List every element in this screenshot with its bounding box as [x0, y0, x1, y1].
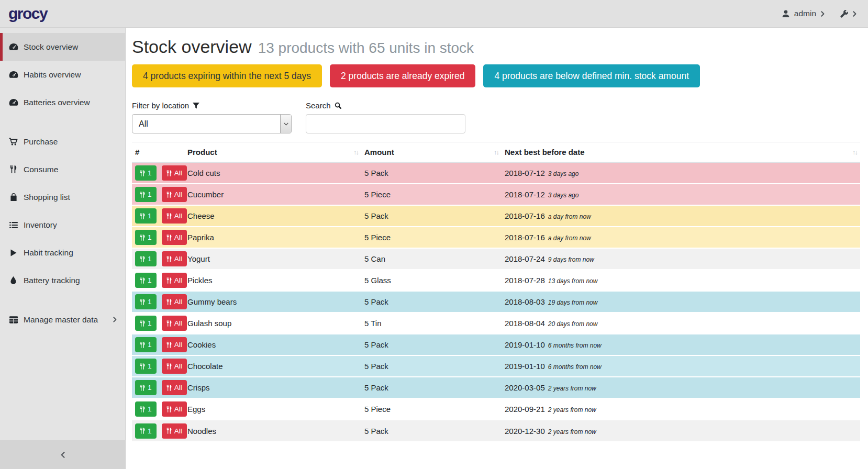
table-row: 1 All Cheese 5 Pack 2018-07-16a day from…: [132, 205, 860, 227]
best-before-date: 2018-07-24: [505, 254, 545, 263]
consume-one-button[interactable]: 1: [135, 208, 157, 224]
location-select[interactable]: All: [132, 114, 292, 133]
consume-one-button[interactable]: 1: [135, 251, 157, 266]
stock-table-body: 1 All Cold cuts 5 Pack 2018-07-123 days …: [132, 162, 860, 441]
consume-all-button[interactable]: All: [162, 251, 187, 266]
product-cell: Gulash soup: [184, 312, 361, 334]
sidebar-group-divider: [0, 294, 125, 306]
page-subtitle: 13 products with 65 units in stock: [258, 40, 474, 57]
column-header-number: #: [132, 142, 184, 163]
consume-all-button[interactable]: All: [162, 401, 187, 417]
consume-one-button[interactable]: 1: [135, 401, 157, 417]
table-row: 1 All Gummy bears 5 Pack 2018-08-0319 da…: [132, 291, 860, 312]
consume-one-button[interactable]: 1: [135, 230, 157, 245]
column-header-best-before[interactable]: Next best before date↑↓: [502, 142, 860, 163]
consume-one-button[interactable]: 1: [135, 359, 157, 374]
sidebar-item-consume[interactable]: Consume: [0, 155, 125, 183]
search-input[interactable]: [306, 114, 465, 133]
utensils-icon: [140, 213, 145, 219]
consume-all-button[interactable]: All: [162, 316, 187, 331]
consume-all-button[interactable]: All: [162, 359, 187, 374]
consume-all-button[interactable]: All: [162, 380, 187, 395]
row-actions-cell: 1 All: [132, 162, 184, 184]
expiring-badge[interactable]: 4 products expiring within the next 5 da…: [132, 64, 322, 87]
sidebar-item-habits-overview[interactable]: Habits overview: [0, 61, 125, 88]
row-actions-cell: 1 All: [132, 355, 184, 377]
sidebar-item-manage-master-data[interactable]: Manage master data: [0, 306, 125, 333]
best-before-date: 2020-12-30: [505, 427, 545, 436]
utensils-icon: [166, 428, 172, 434]
stock-table: # Product↑↓ Amount↑↓ Next best before da…: [132, 142, 860, 441]
best-before-cell: 2018-07-249 days from now: [502, 248, 860, 270]
sidebar-item-inventory[interactable]: Inventory: [0, 211, 125, 239]
filter-label: Filter by location: [132, 101, 189, 110]
sidebar-item-label: Purchase: [24, 137, 58, 147]
search-label: Search: [306, 101, 331, 110]
utensils-icon: [140, 192, 145, 198]
expired-badge[interactable]: 2 products are already expired: [330, 64, 475, 87]
utensils-icon: [140, 299, 145, 305]
product-cell: Cold cuts: [184, 162, 361, 184]
column-header-product[interactable]: Product↑↓: [184, 142, 361, 163]
consume-one-button[interactable]: 1: [135, 423, 157, 439]
utensils-icon: [166, 256, 172, 262]
product-cell: Crisps: [184, 377, 361, 398]
sidebar-item-purchase[interactable]: Purchase: [0, 128, 125, 155]
consume-one-button[interactable]: 1: [135, 380, 157, 395]
sidebar-item-label: Inventory: [24, 220, 57, 230]
best-before-date: 2018-08-03: [505, 297, 545, 306]
app-logo[interactable]: grocy: [8, 5, 47, 23]
amount-cell: 5 Pack: [361, 291, 502, 312]
sidebar-item-label: Stock overview: [24, 42, 78, 52]
sidebar-item-label: Battery tracking: [24, 276, 80, 285]
consume-one-button[interactable]: 1: [135, 337, 157, 352]
sidebar-item-battery-tracking[interactable]: Battery tracking: [0, 266, 125, 294]
amount-cell: 5 Tin: [361, 312, 502, 334]
amount-cell: 5 Pack: [361, 377, 502, 398]
consume-one-button[interactable]: 1: [135, 273, 157, 288]
consume-one-button[interactable]: 1: [135, 294, 157, 309]
row-actions-cell: 1 All: [132, 184, 184, 205]
search-control: Search: [306, 101, 465, 133]
table-row: 1 All Paprika 5 Piece 2018-07-16a day fr…: [132, 227, 860, 248]
sidebar-collapse-button[interactable]: [0, 440, 125, 469]
sidebar-item-label: Manage master data: [24, 315, 98, 325]
sidebar-item-habit-tracking[interactable]: Habit tracking: [0, 239, 125, 266]
consume-all-button[interactable]: All: [162, 423, 187, 439]
consume-all-button[interactable]: All: [162, 273, 187, 288]
best-before-cell: 2019-01-106 months from now: [502, 355, 860, 377]
table-row: 1 All Gulash soup 5 Tin 2018-08-0420 day…: [132, 312, 860, 334]
table-row: 1 All Crisps 5 Pack 2020-03-052 years fr…: [132, 377, 860, 398]
table-header-row: # Product↑↓ Amount↑↓ Next best before da…: [132, 142, 860, 163]
sidebar-item-shopping-list[interactable]: Shopping list: [0, 183, 125, 211]
product-cell: Cookies: [184, 334, 361, 355]
row-actions-cell: 1 All: [132, 248, 184, 270]
amount-cell: 5 Piece: [361, 398, 502, 420]
amount-cell: 5 Pack: [361, 205, 502, 227]
user-menu[interactable]: admin: [782, 9, 825, 18]
consume-one-button[interactable]: 1: [135, 316, 157, 331]
chevron-right-icon: [113, 317, 117, 322]
user-name: admin: [794, 9, 816, 18]
best-before-date: 2018-07-16: [505, 211, 545, 220]
settings-menu[interactable]: [840, 10, 856, 18]
row-actions-cell: 1 All: [132, 398, 184, 420]
consume-all-button[interactable]: All: [162, 337, 187, 352]
table-row: 1 All Yogurt 5 Can 2018-07-249 days from…: [132, 248, 860, 270]
sidebar-item-stock-overview[interactable]: Stock overview: [0, 33, 125, 61]
consume-one-button[interactable]: 1: [135, 187, 157, 202]
consume-one-button[interactable]: 1: [135, 165, 157, 181]
product-cell: Cucumber: [184, 184, 361, 205]
consume-all-button[interactable]: All: [162, 165, 187, 181]
consume-all-button[interactable]: All: [162, 208, 187, 224]
consume-all-button[interactable]: All: [162, 294, 187, 309]
amount-cell: 5 Pack: [361, 162, 502, 184]
consume-all-button[interactable]: All: [162, 187, 187, 202]
sidebar-item-batteries-overview[interactable]: Batteries overview: [0, 88, 125, 116]
best-before-date: 2018-07-12: [505, 190, 545, 199]
table-row: 1 All Eggs 5 Piece 2020-09-212 years fro…: [132, 398, 860, 420]
consume-all-button[interactable]: All: [162, 230, 187, 245]
below-min-stock-badge[interactable]: 4 products are below defined min. stock …: [483, 64, 700, 87]
utensils-icon: [166, 342, 172, 348]
column-header-amount[interactable]: Amount↑↓: [361, 142, 502, 163]
